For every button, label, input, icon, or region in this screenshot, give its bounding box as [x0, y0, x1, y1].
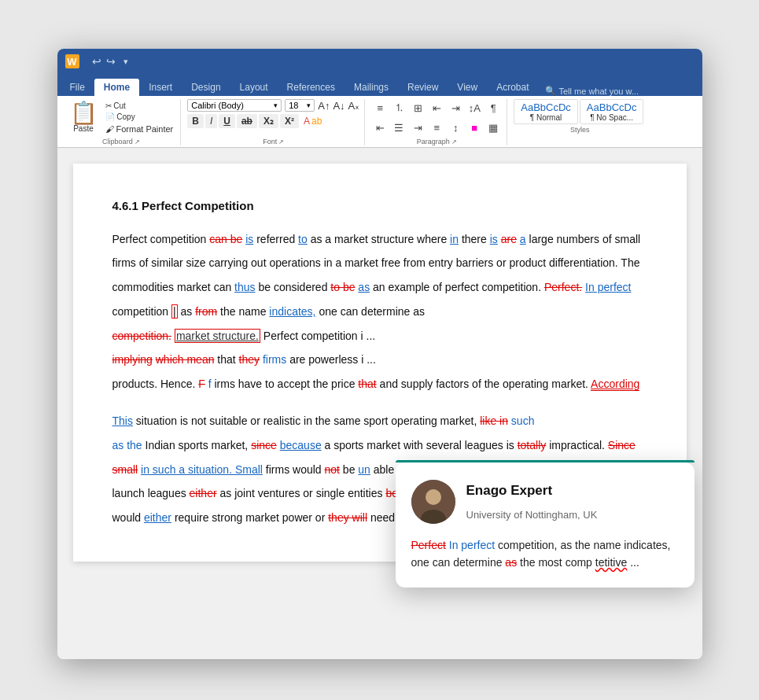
increase-font-button[interactable]: A↑	[318, 100, 330, 112]
text-firms-would: firms would	[266, 463, 325, 476]
shading-button[interactable]: ■	[466, 119, 483, 136]
format-painter-button[interactable]: 🖌 Format Painter	[103, 123, 176, 135]
cut-button[interactable]: ✂ Cut	[103, 101, 176, 111]
text-would: would	[112, 511, 144, 524]
bold-button[interactable]: B	[187, 114, 204, 128]
text-un: un	[358, 463, 370, 476]
tab-file[interactable]: File	[61, 79, 94, 96]
text-because-ins: because	[280, 439, 322, 451]
tab-design[interactable]: Design	[182, 79, 230, 96]
subscript-button[interactable]: X₂	[259, 114, 278, 128]
line-spacing-button[interactable]: ↕	[447, 119, 464, 136]
multilevel-button[interactable]: ⊞	[409, 99, 426, 116]
style-normal[interactable]: AaBbCcDc ¶ Normal	[514, 99, 578, 124]
text-totally: totally	[518, 439, 547, 451]
text-either-del: either	[190, 487, 217, 499]
align-center-button[interactable]: ☰	[390, 119, 407, 136]
tab-view[interactable]: View	[448, 79, 487, 96]
text-sports-market: a sports market with several leagues is	[325, 439, 518, 451]
text-as: as	[358, 281, 370, 293]
increase-indent-button[interactable]: ⇥	[447, 99, 464, 116]
strikethrough-button[interactable]: ab	[237, 114, 257, 128]
cut-copy-group: ✂ Cut 📄 Copy 🖌 Format Painter	[103, 101, 176, 135]
italic-button[interactable]: I	[205, 114, 217, 128]
bullets-button[interactable]: ≡	[371, 99, 389, 116]
styles-content: AaBbCcDc ¶ Normal AaBbCcDc ¶ No Spac...	[514, 99, 646, 124]
font-size-dropdown[interactable]: 18 ▾	[285, 99, 315, 112]
copy-button[interactable]: 📄 Copy	[103, 112, 176, 122]
clear-format-button[interactable]: Aₓ	[348, 100, 360, 112]
paragraph-row2: ⇤ ☰ ⇥ ≡ ↕ ■ ▦	[371, 119, 502, 136]
text-cursor: |	[171, 304, 178, 319]
align-right-button[interactable]: ⇥	[409, 119, 426, 136]
styles-label: Styles	[514, 126, 646, 134]
avatar	[411, 480, 455, 524]
borders-button[interactable]: ▦	[485, 119, 502, 136]
tab-review[interactable]: Review	[398, 79, 448, 96]
expert-header: Enago Expert University of Nottingham, U…	[411, 478, 679, 525]
tab-acrobat[interactable]: Acrobat	[487, 79, 538, 96]
undo-redo-group: ↩ ↪ ▾	[92, 55, 128, 68]
text-either-ins: either	[144, 511, 171, 524]
justify-button[interactable]: ≡	[428, 119, 445, 136]
numbering-button[interactable]: ⒈	[390, 99, 407, 116]
text-and-supply: and supply factors of the operating mark…	[380, 378, 591, 390]
text-irms-accept: irms have to accept the price	[214, 378, 358, 390]
font-group: Calibri (Body) ▾ 18 ▾ A↑ A↓ Aₓ B I U ab	[182, 99, 365, 146]
paragraph-label: Paragraph ↗	[371, 138, 502, 146]
expert-org: University of Nottingham, UK	[466, 506, 598, 525]
styles-group: AaBbCcDc ¶ Normal AaBbCcDc ¶ No Spac... …	[509, 99, 650, 146]
text-that-del: that	[358, 378, 376, 390]
svg-point-1	[426, 489, 441, 505]
text-f-del: F	[198, 378, 205, 390]
underline-button[interactable]: U	[219, 114, 235, 128]
undo-button[interactable]: ↩	[92, 55, 101, 68]
text-according: According	[591, 378, 639, 391]
text-a-large: a	[520, 233, 526, 245]
sort-button[interactable]: ↕A	[466, 99, 483, 116]
align-left-button[interactable]: ⇤	[371, 119, 389, 136]
highlight-button[interactable]: ab	[311, 116, 322, 127]
format-painter-label: Format Painter	[116, 124, 174, 134]
text-are-powerless: are powerless i	[289, 353, 363, 366]
text-firms: firms	[263, 353, 286, 366]
text-not-del: not	[325, 463, 340, 476]
tab-references[interactable]: References	[278, 79, 344, 96]
superscript-button[interactable]: X²	[280, 114, 299, 128]
paragraph-group: ≡ ⒈ ⊞ ⇤ ⇥ ↕A ¶ ⇤ ☰ ⇥ ≡ ↕ ■ ▦	[367, 99, 507, 146]
text-perfect-del: Perfect.	[544, 281, 582, 293]
doc-page: 4.6.1 Perfect Competition Perfect compet…	[73, 164, 687, 562]
font-color-button[interactable]: A	[304, 116, 310, 127]
clipboard-group: 📋 Paste ✂ Cut 📄 Copy 🖌 Format Painter Cl…	[62, 99, 182, 146]
text-market-structure: market structure.	[175, 329, 260, 343]
tab-layout[interactable]: Layout	[230, 79, 278, 96]
tab-mailings[interactable]: Mailings	[344, 79, 398, 96]
text-be-considered: be considered	[258, 281, 330, 293]
redo-button[interactable]: ↪	[106, 55, 116, 68]
style-no-spacing[interactable]: AaBbCcDc ¶ No Spac...	[580, 99, 644, 124]
text-as-market: as a market structure where	[311, 233, 448, 245]
expert-info: Enago Expert University of Nottingham, U…	[466, 478, 598, 525]
text-launch: launch leagues	[112, 487, 190, 499]
tab-home[interactable]: Home	[94, 79, 139, 96]
ribbon-body: 📋 Paste ✂ Cut 📄 Copy 🖌 Format Painter Cl…	[57, 96, 702, 148]
expert-tetitive: tetitive	[595, 556, 627, 569]
expert-ellipsis: ...	[630, 556, 639, 569]
decrease-font-button[interactable]: A↓	[333, 100, 344, 112]
font-name-dropdown[interactable]: Calibri (Body) ▾	[187, 99, 282, 112]
decrease-indent-button[interactable]: ⇤	[428, 99, 445, 116]
word-window: W ↩ ↪ ▾ File Home Insert Design Layout R…	[57, 49, 702, 659]
text-which-mean: which mean	[156, 353, 215, 366]
text-as-from: as	[181, 305, 196, 318]
doc-paragraph-1: Perfect competition can be is referred t…	[112, 227, 647, 397]
text-an-example: an example of perfect competition.	[373, 281, 541, 293]
font-label: Font ↗	[187, 138, 359, 146]
tab-insert[interactable]: Insert	[139, 79, 182, 96]
text-this: This	[112, 414, 133, 427]
ribbon-tabs: File Home Insert Design Layout Reference…	[57, 74, 702, 96]
text-competition-del: competition.	[112, 330, 171, 342]
paste-button[interactable]: 📋 Paste	[67, 101, 101, 134]
text-competition-as: competition	[112, 305, 169, 318]
show-paragraph-button[interactable]: ¶	[485, 99, 502, 116]
text-thus: thus	[234, 281, 255, 293]
